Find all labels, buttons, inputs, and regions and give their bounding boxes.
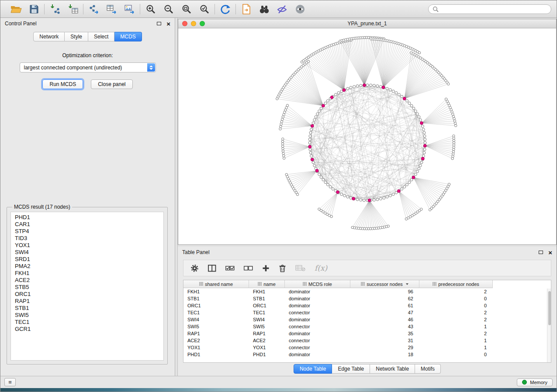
search-binoculars-icon[interactable] xyxy=(258,3,270,15)
table-row[interactable]: TEC1TEC1connector472 xyxy=(183,309,551,316)
mcds-result-item[interactable]: STP4 xyxy=(15,228,159,235)
save-session-icon[interactable] xyxy=(28,3,40,15)
table-row[interactable]: SWI5SWI5connector431 xyxy=(183,323,551,330)
mcds-result-item[interactable]: CAR1 xyxy=(15,221,159,228)
search-input[interactable] xyxy=(441,6,547,12)
table-row[interactable]: ACE2ACE2connector311 xyxy=(183,337,551,344)
network-canvas-container xyxy=(178,28,556,244)
tab-network-table[interactable]: Network Table xyxy=(370,364,415,374)
cell-name: STB1 xyxy=(249,295,285,302)
refresh-layout-icon[interactable] xyxy=(219,3,231,15)
column-visibility-icon[interactable] xyxy=(208,265,216,272)
column-header-shared-name[interactable]: shared name xyxy=(183,280,249,288)
import-network-file-icon[interactable] xyxy=(49,3,61,15)
table-row[interactable]: SWI4SWI4dominator462 xyxy=(183,316,551,323)
share-document-icon[interactable] xyxy=(240,3,252,15)
open-session-icon[interactable] xyxy=(10,3,22,15)
mcds-result-item[interactable]: ORC1 xyxy=(15,291,159,298)
export-table-icon[interactable] xyxy=(106,3,118,15)
cell-shared-name: RAP1 xyxy=(183,330,249,337)
network-view-window: YPA_prune.txt_1 xyxy=(178,19,557,245)
combo-stepper-icon[interactable] xyxy=(147,63,155,72)
show-elements-icon[interactable] xyxy=(294,3,306,15)
mcds-result-item[interactable]: PHD1 xyxy=(15,214,159,221)
cell-mcds-role: dominator xyxy=(285,330,350,337)
cell-successor-nodes: 62 xyxy=(350,295,419,302)
tab-style[interactable]: Style xyxy=(65,32,88,41)
optimization-criterion-select[interactable]: largest connected component (undirected) xyxy=(20,62,156,72)
close-table-panel-icon[interactable]: × xyxy=(548,249,552,256)
table-row[interactable]: STB1STB1dominator620 xyxy=(183,295,551,302)
float-table-panel-icon[interactable] xyxy=(539,251,543,254)
tab-node-table[interactable]: Node Table xyxy=(294,364,332,374)
cell-successor-nodes: 29 xyxy=(350,344,419,351)
session-group xyxy=(6,3,44,15)
tab-edge-table[interactable]: Edge Table xyxy=(332,364,370,374)
column-header-predecessor-nodes[interactable]: predecessor nodes xyxy=(419,280,493,288)
memory-button[interactable]: Memory xyxy=(517,378,553,386)
maximize-window-icon[interactable] xyxy=(200,21,205,26)
close-window-icon[interactable] xyxy=(182,21,187,26)
table-row[interactable]: RAP1RAP1dominator352 xyxy=(183,330,551,337)
table-scrollbar[interactable] xyxy=(547,289,551,362)
column-header-name[interactable]: name xyxy=(249,280,285,288)
select-all-rows-icon[interactable] xyxy=(225,265,235,272)
cell-shared-name: TEC1 xyxy=(183,309,249,316)
mcds-result-item[interactable]: FKH1 xyxy=(15,270,159,277)
table-row[interactable]: FKH1FKH1dominator962 xyxy=(183,288,551,295)
add-column-icon[interactable] xyxy=(262,265,270,272)
task-menu-button[interactable]: ≡ xyxy=(4,378,16,386)
cell-shared-name: SWI5 xyxy=(183,323,249,330)
column-header-mcds-role[interactable]: MCDS role xyxy=(285,280,350,288)
clear-cells-icon[interactable] xyxy=(295,265,305,272)
cell-name: SWI5 xyxy=(249,323,285,330)
mcds-result-item[interactable]: SRD1 xyxy=(15,256,159,263)
zoom-selected-icon[interactable] xyxy=(198,3,210,15)
table-row[interactable]: PHD1PHD1dominator180 xyxy=(183,351,551,358)
table-scrollbar-thumb[interactable] xyxy=(548,291,551,325)
tab-mcds[interactable]: MCDS xyxy=(114,32,142,41)
node-table-header: shared namenameMCDS rolesuccessor nodesp… xyxy=(183,280,551,288)
mcds-result-item[interactable]: SWI5 xyxy=(15,312,159,319)
cell-shared-name: SWI4 xyxy=(183,316,249,323)
run-mcds-button[interactable]: Run MCDS xyxy=(42,79,83,89)
mcds-result-item[interactable]: RAP1 xyxy=(15,298,159,305)
function-builder-icon[interactable]: f(x) xyxy=(315,264,327,272)
table-row[interactable]: YOX1YOX1connector291 xyxy=(183,344,551,351)
export-image-icon[interactable] xyxy=(124,3,135,15)
network-canvas[interactable] xyxy=(178,28,556,244)
mcds-result-item[interactable]: PMA2 xyxy=(15,263,159,270)
tab-motifs[interactable]: Motifs xyxy=(415,364,441,374)
mcds-result-item[interactable]: YOX1 xyxy=(15,242,159,249)
zoom-in-icon[interactable] xyxy=(145,3,156,15)
mcds-result-item[interactable]: TID3 xyxy=(15,235,159,242)
mcds-result-item[interactable]: GCR1 xyxy=(15,326,159,333)
network-window-titlebar[interactable]: YPA_prune.txt_1 xyxy=(178,19,556,28)
minimize-window-icon[interactable] xyxy=(191,21,196,26)
mcds-result-item[interactable]: SWI4 xyxy=(15,249,159,256)
hide-elements-icon[interactable] xyxy=(276,3,288,15)
zoom-fit-icon[interactable] xyxy=(180,3,192,15)
deselect-all-rows-icon[interactable] xyxy=(244,265,253,272)
mcds-result-item[interactable]: STB5 xyxy=(15,284,159,291)
settings-gear-icon[interactable] xyxy=(190,264,199,272)
cell-name: SWI4 xyxy=(249,316,285,323)
table-row[interactable]: ORC1ORC1dominator610 xyxy=(183,302,551,309)
cell-predecessor-nodes: 0 xyxy=(419,295,493,302)
tab-network[interactable]: Network xyxy=(33,32,65,41)
cell-predecessor-nodes: 2 xyxy=(419,288,493,295)
mcds-result-item[interactable]: ACE2 xyxy=(15,277,159,284)
float-panel-icon[interactable] xyxy=(157,22,161,25)
delete-column-icon[interactable] xyxy=(279,264,286,272)
mcds-result-item[interactable]: TEC1 xyxy=(15,319,159,326)
mcds-result-item[interactable]: STB1 xyxy=(15,305,159,312)
close-panel-button[interactable]: Close panel xyxy=(91,79,132,89)
mcds-result-list[interactable]: PHD1CAR1STP4TID3YOX1SWI4SRD1PMA2FKH1ACE2… xyxy=(10,212,164,361)
search-field[interactable] xyxy=(428,4,551,14)
export-network-icon[interactable] xyxy=(88,3,100,15)
column-header-successor-nodes[interactable]: successor nodes xyxy=(350,280,419,288)
tab-select[interactable]: Select xyxy=(88,32,114,41)
import-table-file-icon[interactable] xyxy=(67,3,79,15)
close-panel-icon[interactable]: × xyxy=(166,21,170,27)
zoom-out-icon[interactable] xyxy=(163,3,174,15)
